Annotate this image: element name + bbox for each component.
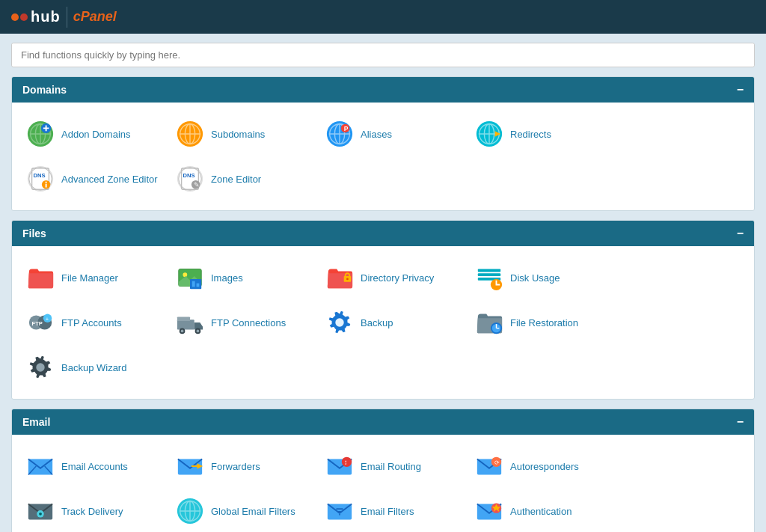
hub-logo: hub [11,8,61,25]
svg-text:↕: ↕ [344,458,348,466]
header-logo: hub cPanel [11,7,117,28]
ftp-accounts-icon: FTP+ [25,308,55,337]
svg-rect-91 [339,514,340,516]
grid-item-ftp-connections[interactable]: FTP Connections [169,300,319,345]
grid-item-aliases[interactable]: PAliases [319,111,468,156]
search-input[interactable] [12,43,754,67]
collapse-icon[interactable]: − [737,227,744,240]
header: hub cPanel [0,0,766,34]
file-restoration-icon [474,308,504,337]
hub-dots [11,13,28,21]
section-label: Email [22,416,50,428]
svg-rect-89 [336,508,343,510]
grid-item-email-filters[interactable]: Email Filters [319,489,468,532]
section-label: Domains [22,84,67,96]
aliases-icon: P [325,119,355,149]
global-email-filters-icon [175,496,205,526]
grid-item-subdomains[interactable]: Subdomains [169,111,319,156]
section-body-domains: Addon DomainsSubdomainsPAliasesRedirects… [12,103,754,210]
email-routing-label: Email Routing [361,461,421,472]
grid-item-authentication[interactable]: Authentication [468,489,618,532]
svg-point-82 [39,513,42,516]
email-accounts-icon [25,451,55,481]
section-email: Email−Email AccountsForwarders↕Email Rou… [11,409,755,532]
logo-divider [67,7,67,28]
grid-item-images[interactable]: Images [169,255,319,300]
grid-item-autoresponders[interactable]: ⟳Autoresponders [468,444,618,489]
grid-item-advanced-zone-editor[interactable]: DNSAdvanced Zone Editor [19,156,169,201]
svg-text:DNS: DNS [34,172,46,179]
grid-item-email-routing[interactable]: ↕Email Routing [319,444,468,489]
section-files: Files−File ManagerImagesDirectory Privac… [11,220,755,400]
global-email-filters-label: Global Email Filters [211,506,295,517]
authentication-label: Authentication [510,506,572,517]
file-manager-label: File Manager [61,272,118,284]
grid-item-backup-wizard[interactable]: Backup Wizard [19,345,169,390]
svg-text:P: P [344,125,349,132]
svg-point-67 [36,363,44,371]
aliases-label: Aliases [361,129,392,140]
grid-item-file-manager[interactable]: File Manager [19,255,169,300]
email-routing-icon: ↕ [325,451,355,481]
disk-usage-label: Disk Usage [510,272,560,284]
svg-text:✎: ✎ [194,181,200,189]
svg-point-60 [197,330,200,333]
grid-item-ftp-accounts[interactable]: FTP+FTP Accounts [19,300,169,345]
hub-text: hub [31,8,61,25]
zone-editor-label: Zone Editor [211,174,261,185]
section-body-email: Email AccountsForwarders↕Email Routing⟳A… [12,435,754,532]
svg-text:⟳: ⟳ [494,459,500,466]
dot-orange [11,13,19,21]
svg-rect-90 [337,511,342,513]
svg-text:FTP: FTP [32,320,43,327]
file-restoration-label: File Restoration [510,317,578,328]
file-manager-icon [25,263,55,293]
grid-item-zone-editor[interactable]: DNS✎Zone Editor [169,156,319,201]
subdomains-label: Subdomains [211,129,265,140]
collapse-icon[interactable]: − [737,83,744,97]
directory-privacy-icon [325,263,355,293]
images-icon [175,263,205,293]
section-header-domains: Domains− [12,77,754,103]
addon-domains-icon [25,119,55,149]
autoresponders-icon: ⟳ [474,451,504,481]
svg-point-62 [335,318,343,326]
subdomains-icon [175,119,205,149]
ftp-connections-icon [175,308,205,337]
svg-text:DNS: DNS [183,172,195,179]
redirects-icon [474,119,504,149]
search-bar[interactable] [11,43,755,67]
grid-item-global-email-filters[interactable]: Global Email Filters [169,489,319,532]
cpanel-text: cPanel [73,9,117,25]
forwarders-label: Forwarders [211,461,260,472]
advanced-zone-editor-icon: DNS [25,164,55,194]
grid-item-forwarders[interactable]: Forwarders [169,444,319,489]
grid-item-email-accounts[interactable]: Email Accounts [19,444,169,489]
svg-rect-61 [177,317,190,321]
section-header-email: Email− [12,409,754,435]
collapse-icon[interactable]: − [737,415,744,429]
grid-item-track-delivery[interactable]: Track Delivery [19,489,169,532]
grid-item-disk-usage[interactable]: Disk Usage [468,255,618,300]
email-filters-label: Email Filters [361,506,414,517]
email-accounts-label: Email Accounts [61,461,128,472]
section-domains: Domains−Addon DomainsSubdomainsPAliasesR… [11,76,755,211]
ftp-connections-label: FTP Connections [211,317,286,328]
grid-item-backup[interactable]: Backup [319,300,468,345]
grid-item-redirects[interactable]: Redirects [468,111,618,156]
grid-item-addon-domains[interactable]: Addon Domains [19,111,169,156]
disk-usage-icon [474,263,504,293]
grid-item-directory-privacy[interactable]: Directory Privacy [319,255,468,300]
svg-rect-48 [478,273,500,276]
backup-label: Backup [361,317,393,328]
section-label: Files [22,227,46,239]
svg-rect-43 [192,281,195,287]
section-header-files: Files− [12,221,754,246]
dot-red [20,13,28,21]
svg-rect-44 [197,284,200,287]
section-body-files: File ManagerImagesDirectory PrivacyDisk … [12,246,754,399]
redirects-label: Redirects [510,129,551,140]
grid-item-file-restoration[interactable]: File Restoration [468,300,618,345]
svg-rect-56 [177,319,194,329]
backup-wizard-icon [25,352,55,382]
